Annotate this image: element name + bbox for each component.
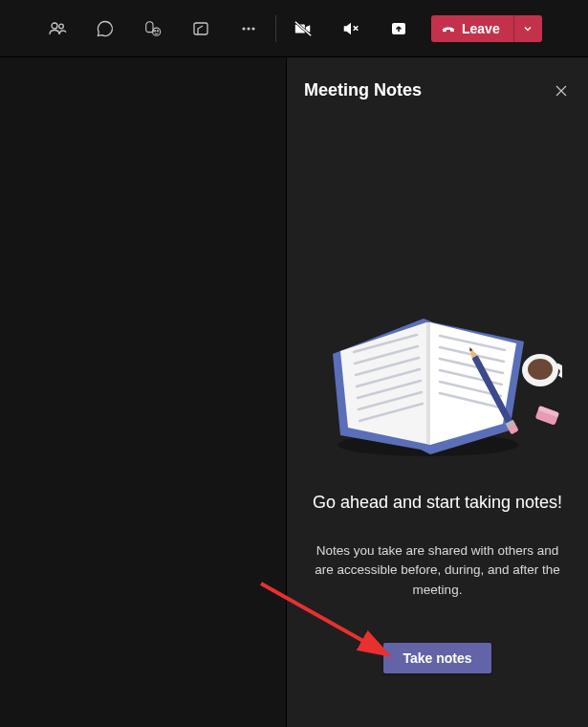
speaker-off-icon[interactable]: [341, 19, 360, 38]
meeting-notes-panel: Meeting Notes: [286, 57, 588, 727]
empty-state-subtext: Notes you take are shared with others an…: [304, 541, 571, 600]
panel-header: Meeting Notes: [304, 80, 571, 100]
camera-off-icon[interactable]: [294, 19, 313, 38]
meeting-stage: [0, 57, 286, 727]
close-icon[interactable]: [552, 81, 571, 100]
more-icon[interactable]: [239, 19, 258, 38]
leave-button[interactable]: Leave: [431, 15, 513, 42]
leave-button-label: Leave: [462, 21, 500, 36]
empty-state: Go ahead and start taking notes! Notes y…: [304, 110, 571, 704]
svg-rect-5: [194, 23, 207, 34]
svg-point-0: [52, 23, 57, 29]
reactions-icon[interactable]: [143, 19, 163, 38]
toolbar-icon-group: [48, 19, 258, 38]
empty-state-heading: Go ahead and start taking notes!: [313, 493, 562, 513]
participants-icon[interactable]: [48, 19, 67, 38]
media-icon-group: [294, 19, 408, 38]
svg-point-8: [251, 27, 254, 30]
toolbar-divider: [275, 15, 276, 42]
svg-point-4: [157, 30, 158, 31]
notebook-illustration: [314, 301, 562, 464]
svg-point-3: [155, 30, 156, 31]
rooms-icon[interactable]: [191, 19, 210, 38]
content-area: Meeting Notes: [0, 57, 588, 727]
leave-options-button[interactable]: [513, 15, 542, 42]
svg-point-32: [528, 359, 553, 380]
svg-point-6: [242, 27, 245, 30]
svg-point-1: [59, 24, 64, 29]
chat-icon[interactable]: [96, 19, 115, 38]
leave-button-group: Leave: [431, 15, 542, 42]
take-notes-button[interactable]: Take notes: [383, 643, 490, 673]
share-icon[interactable]: [389, 19, 408, 38]
panel-title: Meeting Notes: [304, 80, 422, 100]
meeting-topbar: Leave: [0, 0, 588, 57]
svg-point-7: [247, 27, 250, 30]
